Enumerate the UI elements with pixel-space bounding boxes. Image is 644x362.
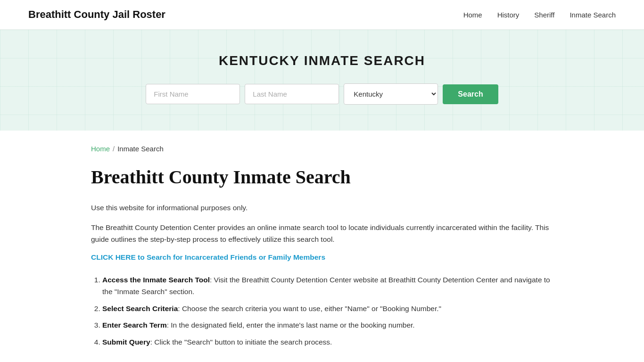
breadcrumb-current: Inmate Search (117, 145, 164, 153)
page-title: Breathitt County Inmate Search (91, 166, 553, 189)
steps-list: Access the Inmate Search Tool: Visit the… (91, 274, 553, 348)
last-name-input[interactable] (245, 84, 339, 104)
step-2-text: : Choose the search criteria you want to… (178, 304, 441, 313)
banner-title: KENTUCKY INMATE SEARCH (9, 53, 635, 68)
step-1: Access the Inmate Search Tool: Visit the… (102, 274, 553, 298)
site-logo[interactable]: Breathitt County Jail Roster (28, 8, 165, 21)
main-content: Home / Inmate Search Breathitt County In… (63, 131, 581, 362)
step-4: Submit Query: Click the "Search" button … (102, 336, 553, 348)
step-1-bold: Access the Inmate Search Tool (102, 276, 210, 284)
state-select[interactable]: KentuckyAlabamaAlaskaArizonaArkansasCali… (344, 83, 438, 105)
nav-history[interactable]: History (497, 11, 520, 19)
search-button[interactable]: Search (443, 84, 498, 104)
intro-paragraph-1: Use this website for informational purpo… (91, 202, 553, 214)
nav-sheriff[interactable]: Sheriff (534, 11, 554, 19)
search-banner: KENTUCKY INMATE SEARCH KentuckyAlabamaAl… (0, 30, 644, 131)
step-3: Enter Search Term: In the designated fie… (102, 319, 553, 331)
step-2: Select Search Criteria: Choose the searc… (102, 303, 553, 315)
breadcrumb: Home / Inmate Search (91, 145, 553, 153)
breadcrumb-separator: / (113, 145, 115, 153)
main-nav: Home History Sheriff Inmate Search (463, 11, 616, 19)
step-4-text: : Click the "Search" button to initiate … (150, 338, 332, 346)
first-name-input[interactable] (146, 84, 240, 104)
cta-link[interactable]: CLICK HERE to Search for Incarcerated Fr… (91, 253, 325, 262)
step-3-text: : In the designated field, enter the inm… (167, 321, 415, 329)
step-4-bold: Submit Query (102, 338, 150, 346)
nav-home[interactable]: Home (463, 11, 482, 19)
breadcrumb-home[interactable]: Home (91, 145, 110, 153)
site-header: Breathitt County Jail Roster Home Histor… (0, 0, 644, 30)
step-2-bold: Select Search Criteria (102, 304, 178, 313)
intro-paragraph-2: The Breathitt County Detention Center pr… (91, 222, 553, 246)
step-3-bold: Enter Search Term (102, 321, 167, 329)
nav-inmate-search[interactable]: Inmate Search (570, 11, 616, 19)
search-form: KentuckyAlabamaAlaskaArizonaArkansasCali… (9, 83, 635, 105)
